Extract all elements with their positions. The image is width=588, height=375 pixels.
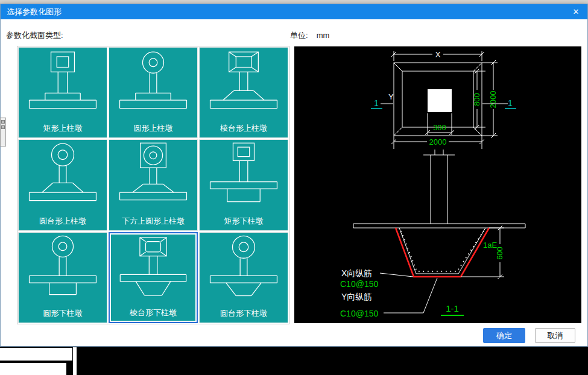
tiny-icon xyxy=(1,125,5,129)
thumb-label: 圆形上柱墩 xyxy=(133,124,174,137)
tiny-icon xyxy=(1,120,5,124)
thumb-label: 下方上圆形上柱墩 xyxy=(121,217,186,230)
rect-bottom-pier-drawing xyxy=(200,140,288,216)
square-round-top-pier-drawing xyxy=(109,140,197,216)
unit-label: 单位: xyxy=(290,31,308,40)
frustum-bottom-pier-drawing xyxy=(110,233,197,309)
cad-preview-panel: X Y 300 2000 xyxy=(294,46,581,323)
slope-note: 1aE xyxy=(483,241,497,250)
thumb-label: 圆台形上柱墩 xyxy=(38,217,87,230)
thumb-square-round-top-pier[interactable]: 下方上圆形上柱墩 xyxy=(109,139,198,230)
cancel-button[interactable]: 取消 xyxy=(535,328,575,343)
thumb-label: 圆台形下柱墩 xyxy=(219,309,268,323)
section-name: 1-1 xyxy=(446,303,459,314)
thumb-frustum-bottom-pier[interactable]: 棱台形下柱墩 xyxy=(109,232,198,323)
thumb-label: 矩形下柱墩 xyxy=(223,217,265,230)
thumb-round-bottom-pier[interactable]: 圆形下柱墩 xyxy=(18,232,107,323)
x-rebar-value: C10@150 xyxy=(340,279,378,289)
thumb-cone-bottom-pier[interactable]: 圆台形下柱墩 xyxy=(199,232,288,323)
close-icon[interactable]: ✕ xyxy=(571,7,581,16)
frustum-top-pier-drawing xyxy=(200,48,288,124)
dialog-titlebar: 选择参数化图形 ✕ xyxy=(1,4,587,19)
background-left-toolbar-fragment xyxy=(0,118,6,147)
plan-y-dim-label: Y xyxy=(388,92,394,101)
background-window-fragment xyxy=(0,348,72,361)
thumb-cone-top-pier[interactable]: 圆台形上柱墩 xyxy=(18,139,107,230)
plan-dim-2000-bottom: 2000 xyxy=(429,137,447,147)
plan-dim-800: 800 xyxy=(472,93,481,106)
unit-value: mm xyxy=(317,31,330,40)
x-rebar-label: X向纵筋 xyxy=(341,268,372,278)
cad-preview-drawing: X Y 300 2000 xyxy=(294,46,581,323)
parametric-graphic-dialog: 选择参数化图形 ✕ 参数化截面类型: 单位:mm xyxy=(0,4,588,347)
y-rebar-label: Y向纵筋 xyxy=(341,292,372,301)
thumb-label: 棱台形下柱墩 xyxy=(128,309,178,322)
unit-row: 单位:mm xyxy=(290,30,329,41)
cone-bottom-pier-drawing xyxy=(200,233,288,309)
round-bottom-pier-drawing xyxy=(19,233,107,309)
section-type-label: 参数化截面类型: xyxy=(6,30,63,41)
section-type-grid: 矩形上柱墩 圆形上柱墩 xyxy=(17,46,289,324)
plan-column-square xyxy=(428,89,452,112)
thumb-rect-bottom-pier[interactable]: 矩形下柱墩 xyxy=(199,139,288,230)
cone-top-pier-drawing xyxy=(19,140,107,216)
thumb-label: 圆形下柱墩 xyxy=(42,309,84,323)
thumb-label: 棱台形上柱墩 xyxy=(219,124,268,137)
background-window-fragment xyxy=(73,347,77,375)
rect-top-pier-drawing xyxy=(19,48,107,124)
background-window-fragment xyxy=(0,363,66,375)
ok-button[interactable]: 确定 xyxy=(483,328,525,343)
plan-x-dim-label: X xyxy=(435,50,441,59)
dialog-title: 选择参数化图形 xyxy=(7,7,571,17)
thumb-rect-top-pier[interactable]: 矩形上柱墩 xyxy=(18,47,107,138)
plan-dim-2000-right: 2000 xyxy=(488,91,498,109)
thumb-frustum-top-pier[interactable]: 棱台形上柱墩 xyxy=(199,47,288,138)
plan-dim-300: 300 xyxy=(433,123,446,132)
thumb-round-top-pier[interactable]: 圆形上柱墩 xyxy=(109,47,198,138)
y-rebar-value: C10@150 xyxy=(340,309,378,318)
round-top-pier-drawing xyxy=(109,48,197,124)
section-marker-left: 1 xyxy=(374,98,379,108)
rebar-dots xyxy=(401,231,484,271)
thumb-label: 矩形上柱墩 xyxy=(42,124,84,137)
screen: 选择参数化图形 ✕ 参数化截面类型: 单位:mm xyxy=(0,0,588,375)
section-marker-right: 1 xyxy=(508,98,513,108)
background-bottom-strip xyxy=(0,347,588,375)
